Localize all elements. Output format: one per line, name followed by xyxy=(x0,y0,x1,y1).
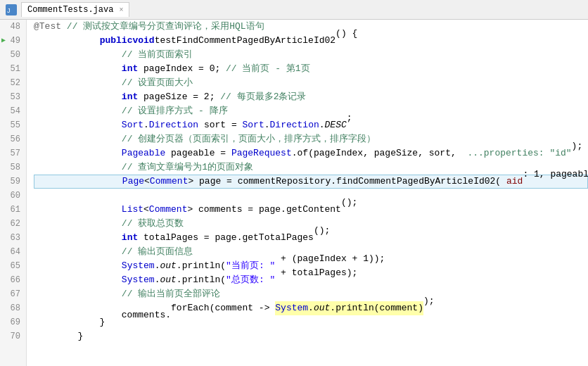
kw-void: void xyxy=(132,34,154,48)
code-line-70: } xyxy=(34,329,588,343)
method-findcomment: findCommentPagedByArticleId02 xyxy=(336,175,495,189)
type-comment2: Comment xyxy=(149,203,188,217)
code-line-68: comments.forEach(comment -> System.out.p… xyxy=(34,301,588,315)
code-line-48: @Test // 测试按文章编号分页查询评论，采用HQL语句 xyxy=(34,20,588,34)
method-of: of xyxy=(298,146,309,160)
code-content[interactable]: @Test // 测试按文章编号分页查询评论，采用HQL语句 public vo… xyxy=(27,20,588,366)
code-line-59: Page<Comment> page = commentRepository.f… xyxy=(34,175,588,189)
line-69: 69 xyxy=(0,315,26,329)
method-println-68: println xyxy=(335,303,374,313)
type-comment: Comment xyxy=(150,175,188,189)
comment-56: // 创建分页器（页面索引，页面大小，排序方式，排序字段） xyxy=(122,132,376,146)
kw-int-63: int xyxy=(122,231,138,245)
tab-close-button[interactable]: × xyxy=(119,6,123,14)
method-foreach: forEach xyxy=(171,301,210,315)
comment-50: // 当前页面索引 xyxy=(122,48,193,62)
type-page: Page xyxy=(122,175,144,189)
line-48: 48 xyxy=(0,20,26,34)
type-sort2: Sort xyxy=(243,118,264,132)
type-system-65: System xyxy=(122,259,155,273)
line-50: 50 xyxy=(0,48,26,62)
svg-text:J: J xyxy=(7,7,11,14)
comment-52: // 设置页面大小 xyxy=(122,76,193,90)
type-system-68: System xyxy=(275,303,308,313)
line-54: 54 xyxy=(0,104,26,118)
line-number-gutter: 48 49 50 51 52 53 54 55 56 57 58 59 60 6… xyxy=(0,20,27,366)
kw-int-53: int xyxy=(122,90,138,104)
line-60: 60 xyxy=(0,189,26,203)
code-line-69: } xyxy=(34,315,588,329)
field-out-68: out xyxy=(314,303,330,313)
method-println-65: println xyxy=(182,259,221,273)
line-49: 49 xyxy=(0,34,26,48)
line-51: 51 xyxy=(0,62,26,76)
comment-51: // 当前页 - 第1页 xyxy=(226,62,310,76)
type-pagerequest: PageRequest xyxy=(231,146,292,160)
line-64: 64 xyxy=(0,245,26,259)
line-67: 67 xyxy=(0,287,26,301)
comment-58: // 查询文章编号为1的页面对象 xyxy=(122,160,253,175)
line-70: 70 xyxy=(0,329,26,343)
field-out-65: out xyxy=(160,259,176,273)
type-system-66: System xyxy=(122,273,155,287)
line-65: 65 xyxy=(0,259,26,273)
method-getcontent: getContent xyxy=(286,203,341,217)
line-68: 68 xyxy=(0,301,26,315)
code-lines-container: @Test // 测试按文章编号分页查询评论，采用HQL语句 public vo… xyxy=(34,20,588,343)
tab-label: CommentTests.java xyxy=(27,5,113,15)
type-direction: Direction xyxy=(149,118,198,132)
line-55: 55 xyxy=(0,118,26,132)
type-list: List xyxy=(122,203,143,217)
method-println-66: println xyxy=(182,273,221,287)
file-tab[interactable]: CommentTests.java × xyxy=(21,2,129,17)
line-57: 57 xyxy=(0,146,26,160)
line-66: 66 xyxy=(0,273,26,287)
comment-62: // 获取总页数 xyxy=(122,217,184,231)
line-59: 59 xyxy=(0,175,26,189)
field-desc: DESC xyxy=(325,118,347,132)
type-pageable: Pageable xyxy=(122,146,165,160)
param-aid: aid xyxy=(506,175,523,189)
line-62: 62 xyxy=(0,217,26,231)
type-sort: Sort xyxy=(122,118,143,132)
editor-area: 48 49 50 51 52 53 54 55 56 57 58 59 60 6… xyxy=(0,20,588,366)
highlighted-code-68: System.out.println(comment) xyxy=(275,301,423,315)
line-58: 58 xyxy=(0,160,26,175)
type-direction2: Direction xyxy=(270,118,319,132)
java-file-icon: J xyxy=(6,4,17,15)
comment-54: // 设置排序方式 - 降序 xyxy=(122,104,228,118)
line-52: 52 xyxy=(0,76,26,90)
line-53: 53 xyxy=(0,90,26,104)
string-66: "总页数: " xyxy=(226,273,275,287)
comment-properties: ...properties: "id" xyxy=(467,146,571,160)
method-gettotalpages: getTotalPages xyxy=(242,231,313,245)
string-65: "当前页: " xyxy=(226,259,275,273)
method-name: testFindCommentPagedByArticleId02 xyxy=(155,34,335,48)
line-63: 63 xyxy=(0,231,26,245)
comment-53: // 每页最多2条记录 xyxy=(220,90,306,104)
line-61: 61 xyxy=(0,203,26,217)
comment-64: // 输出页面信息 xyxy=(122,245,193,259)
field-out-66: out xyxy=(160,273,176,287)
kw-int-51: int xyxy=(122,62,138,76)
line-56: 56 xyxy=(0,132,26,146)
title-bar: J CommentTests.java × xyxy=(0,0,588,20)
